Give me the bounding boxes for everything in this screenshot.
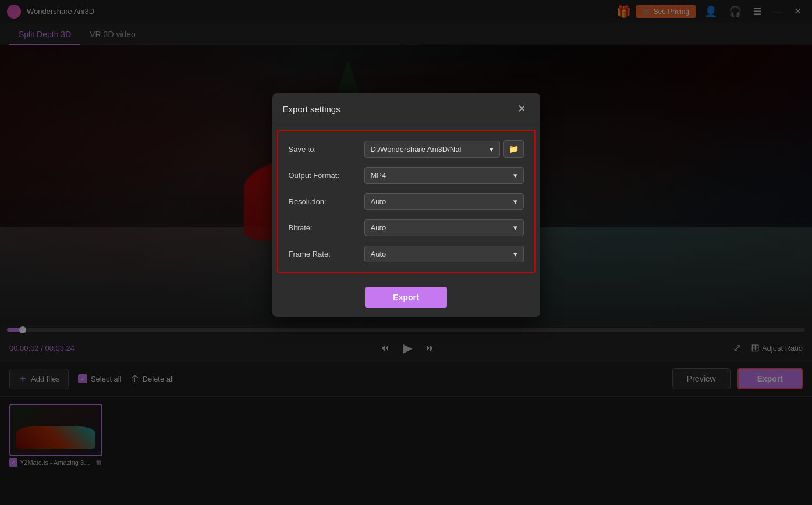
output-format-control: MP4 ▾ bbox=[364, 167, 524, 184]
folder-browse-button[interactable]: 📁 bbox=[503, 140, 524, 158]
resolution-chevron: ▾ bbox=[513, 197, 517, 206]
dialog-close-button[interactable]: ✕ bbox=[514, 101, 530, 116]
dialog-overlay: Export settings ✕ Save to: D:/Wondershar… bbox=[0, 0, 812, 505]
output-format-chevron: ▾ bbox=[513, 171, 517, 180]
frame-rate-select[interactable]: Auto ▾ bbox=[364, 246, 524, 262]
resolution-control: Auto ▾ bbox=[364, 193, 524, 210]
save-to-value: D:/Wondershare Ani3D/Nal bbox=[371, 145, 462, 154]
resolution-row: Resolution: Auto ▾ bbox=[289, 193, 524, 210]
save-to-select[interactable]: D:/Wondershare Ani3D/Nal ▾ bbox=[364, 141, 500, 158]
dialog-footer: Export bbox=[272, 278, 540, 317]
save-to-control: D:/Wondershare Ani3D/Nal ▾ 📁 bbox=[364, 140, 524, 158]
save-to-row: Save to: D:/Wondershare Ani3D/Nal ▾ 📁 bbox=[289, 140, 524, 158]
dialog-header: Export settings ✕ bbox=[272, 93, 540, 125]
resolution-select[interactable]: Auto ▾ bbox=[364, 193, 524, 210]
save-to-chevron: ▾ bbox=[490, 145, 494, 154]
dialog-body: Save to: D:/Wondershare Ani3D/Nal ▾ 📁 Ou… bbox=[277, 130, 536, 273]
output-format-select[interactable]: MP4 ▾ bbox=[364, 167, 524, 184]
save-to-label: Save to: bbox=[289, 145, 364, 154]
frame-rate-row: Frame Rate: Auto ▾ bbox=[289, 246, 524, 262]
bitrate-value: Auto bbox=[371, 223, 387, 232]
output-format-value: MP4 bbox=[371, 171, 387, 180]
bitrate-chevron: ▾ bbox=[513, 223, 517, 232]
dialog-export-button[interactable]: Export bbox=[365, 287, 446, 308]
bitrate-row: Bitrate: Auto ▾ bbox=[289, 219, 524, 236]
output-format-label: Output Format: bbox=[289, 171, 364, 180]
frame-rate-label: Frame Rate: bbox=[289, 250, 364, 258]
frame-rate-chevron: ▾ bbox=[513, 250, 517, 258]
resolution-label: Resolution: bbox=[289, 197, 364, 206]
frame-rate-value: Auto bbox=[371, 250, 387, 258]
dialog-title: Export settings bbox=[283, 104, 341, 114]
resolution-value: Auto bbox=[371, 197, 387, 206]
output-format-row: Output Format: MP4 ▾ bbox=[289, 167, 524, 184]
frame-rate-control: Auto ▾ bbox=[364, 246, 524, 262]
bitrate-label: Bitrate: bbox=[289, 223, 364, 232]
bitrate-select[interactable]: Auto ▾ bbox=[364, 219, 524, 236]
export-dialog: Export settings ✕ Save to: D:/Wondershar… bbox=[272, 93, 540, 317]
bitrate-control: Auto ▾ bbox=[364, 219, 524, 236]
